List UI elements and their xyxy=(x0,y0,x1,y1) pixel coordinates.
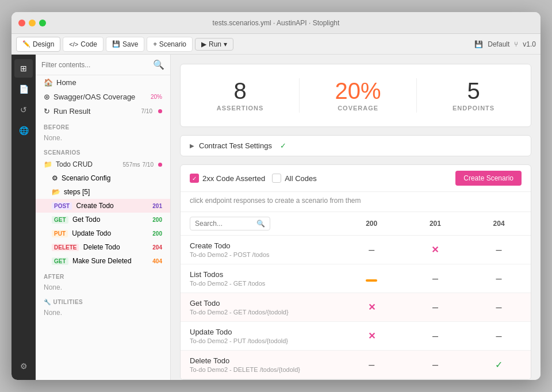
home-icon-bar[interactable]: ⊞ xyxy=(14,59,33,78)
cell-4-0[interactable]: – xyxy=(340,351,404,379)
cell-1-2[interactable]: – xyxy=(467,264,531,293)
contract-settings-check-icon: ✓ xyxy=(280,141,286,150)
cell-2-0[interactable]: ✕ xyxy=(340,293,404,322)
titlebar: tests.scenarios.yml · AustinAPI · Stopli… xyxy=(12,12,540,34)
cell-4-2[interactable]: ✓ xyxy=(467,351,531,379)
code-asserted-checkbox[interactable]: ✓ 2xx Code Asserted xyxy=(190,174,265,183)
cell-1-1[interactable]: – xyxy=(404,264,467,293)
table-row[interactable]: Get TodoTo-do Demo2 - GET /todos/{todold… xyxy=(181,293,531,322)
step-delete-todo[interactable]: DELETE Delete Todo 204 xyxy=(36,240,170,254)
search-icon: 🔍 xyxy=(153,59,164,70)
traffic-lights xyxy=(18,20,46,26)
step-create-todo[interactable]: POST Create Todo 201 xyxy=(36,199,170,213)
run-result-icon: ↻ xyxy=(44,107,50,116)
todo-crud-group[interactable]: 📁 Todo CRUD 557ms 7/10 xyxy=(36,157,170,171)
scenario-button[interactable]: + Scenario xyxy=(147,37,193,52)
search-icon-table: 🔍 xyxy=(256,220,265,228)
sidebar-steps-group[interactable]: 📂 steps [5] xyxy=(36,185,170,199)
endpoint-cell: Delete TodoTo-do Demo2 - DELETE /todos/{… xyxy=(181,351,340,379)
table-row[interactable]: Update TodoTo-do Demo2 - PUT /todos/{tod… xyxy=(181,322,531,351)
cell-1-0[interactable] xyxy=(340,264,404,293)
cell-2-2[interactable]: – xyxy=(467,293,531,322)
sidebar-item-swagger[interactable]: ⊛ Swagger/OAS Coverage 20% xyxy=(36,90,170,104)
design-button[interactable]: ✏️ Design xyxy=(16,37,60,52)
cell-4-1[interactable]: – xyxy=(404,351,467,379)
run-button[interactable]: ▶ Run ▾ xyxy=(195,38,233,51)
coverage-badge: 20% xyxy=(151,94,162,100)
scenario-status-dot xyxy=(158,163,162,167)
sidebar-item-run-result[interactable]: ↻ Run Result 7/10 xyxy=(36,104,170,118)
after-section-label: AFTER xyxy=(36,268,170,282)
endpoints-value: 5 xyxy=(453,79,494,102)
home-icon: 🏠 xyxy=(44,78,53,87)
default-label: Default xyxy=(488,40,509,48)
cell-2-1[interactable]: – xyxy=(404,293,467,322)
assertions-label: ASSERTIONS xyxy=(217,105,264,112)
put-method: PUT xyxy=(52,230,68,237)
file-icon-bar[interactable]: 📄 xyxy=(14,80,33,98)
table-row[interactable]: Delete TodoTo-do Demo2 - DELETE /todos/{… xyxy=(181,351,531,379)
before-section-label: BEFORE xyxy=(36,118,170,132)
maximize-button[interactable] xyxy=(39,20,46,26)
after-none: None. xyxy=(36,282,170,293)
delete-method: DELETE xyxy=(52,244,79,251)
coverage-icon: ⊛ xyxy=(44,93,50,101)
col-204: 204 xyxy=(467,212,531,236)
step-get-todo[interactable]: GET Get Todo 200 xyxy=(36,213,170,226)
coverage-value: 20% xyxy=(335,79,381,102)
create-scenario-button[interactable]: Create Scenario xyxy=(455,171,522,186)
settings-icon-bar[interactable]: ⚙ xyxy=(14,357,33,375)
save-button[interactable]: 💾 Save xyxy=(106,37,144,52)
icon-bar: ⊞ 📄 ↺ 🌐 ⚙ xyxy=(12,55,36,380)
sidebar-scenario-config[interactable]: ⚙ Scenario Config xyxy=(36,171,170,185)
chevron-down-icon: ▾ xyxy=(224,40,227,48)
all-codes-checkbox[interactable]: All Codes xyxy=(272,174,317,183)
globe-icon-bar[interactable]: 🌐 xyxy=(14,121,33,140)
cell-0-0[interactable]: – xyxy=(340,236,404,264)
config-icon: ⚙ xyxy=(52,174,58,182)
step-make-sure-deleted[interactable]: GET Make Sure Deleted 404 xyxy=(36,254,170,268)
sidebar-item-home[interactable]: 🏠 Home xyxy=(36,75,170,90)
run-result-dot xyxy=(158,109,162,113)
get-method: GET xyxy=(52,216,68,224)
col-201: 201 xyxy=(404,212,467,236)
check-icon: ✓ xyxy=(190,174,199,183)
cell-0-2[interactable]: – xyxy=(467,236,531,264)
chevron-right-icon: ▶ xyxy=(190,143,194,149)
post-method: POST xyxy=(52,202,72,210)
close-button[interactable] xyxy=(18,20,25,26)
minimize-button[interactable] xyxy=(29,20,36,26)
cell-3-0[interactable]: ✕ xyxy=(340,322,404,351)
stat-assertions: 8 ASSERTIONS xyxy=(217,79,264,112)
step-code-404: 404 xyxy=(152,258,162,264)
step-code-204: 204 xyxy=(152,244,162,251)
cell-3-1[interactable]: – xyxy=(404,322,467,351)
step-code-200b: 200 xyxy=(152,230,162,237)
run-result-badge: 7/10 xyxy=(141,108,152,114)
contract-settings-header[interactable]: ▶ Contract Test Settings ✓ xyxy=(181,136,531,156)
stat-coverage: 20% COVERAGE xyxy=(335,79,381,112)
stat-endpoints: 5 ENDPOINTS xyxy=(453,79,494,112)
step-update-todo[interactable]: PUT Update Todo 200 xyxy=(36,226,170,240)
table-row[interactable]: List TodosTo-do Demo2 - GET /todos–– xyxy=(181,264,531,293)
contract-settings-bar: ▶ Contract Test Settings ✓ xyxy=(180,135,531,156)
step-code-201: 201 xyxy=(152,203,162,209)
endpoints-label: ENDPOINTS xyxy=(453,105,494,112)
utilities-icon: 🔧 xyxy=(44,299,51,305)
before-none: None. xyxy=(36,132,170,144)
steps-folder-icon: 📂 xyxy=(52,188,60,196)
results-table: 🔍 200 201 204 Create TodoTo-do Demo2 - P… xyxy=(181,212,531,379)
stat-divider-1 xyxy=(299,78,300,113)
cell-0-1[interactable]: ✕ xyxy=(404,236,467,264)
scenario-time-badge: 557ms xyxy=(123,162,140,168)
empty-checkbox-icon xyxy=(272,174,281,183)
history-icon-bar[interactable]: ↺ xyxy=(14,101,33,119)
cell-3-2[interactable]: – xyxy=(467,322,531,351)
sidebar: 🔍 🏠 Home ⊛ Swagger/OAS Coverage 20% ↻ Ru… xyxy=(36,55,171,380)
table-search-box[interactable]: 🔍 xyxy=(190,217,270,230)
code-button[interactable]: </> Code xyxy=(63,37,103,52)
play-icon: ▶ xyxy=(201,40,206,48)
table-row[interactable]: Create TodoTo-do Demo2 - POST /todos–✕– xyxy=(181,236,531,264)
table-search-input[interactable] xyxy=(195,220,253,228)
search-input[interactable] xyxy=(41,61,150,69)
